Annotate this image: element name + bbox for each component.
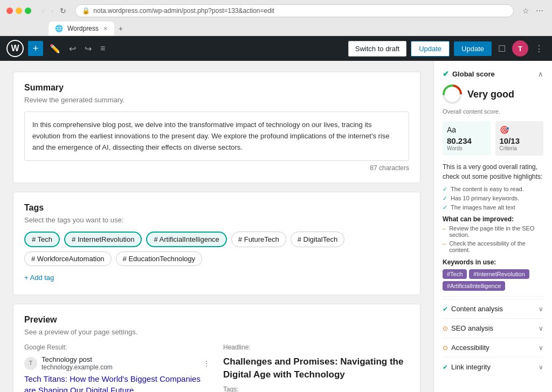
global-score-chevron[interactable]: ∧	[538, 70, 543, 78]
accessibility-section[interactable]: ⊙ Accessibility ∨	[443, 338, 543, 357]
preview-section: Google Result: T Technology post technol…	[24, 344, 409, 392]
update-outline-button[interactable]: Update	[411, 41, 450, 57]
google-result: T Technology post technology.example.com…	[24, 355, 210, 392]
criteria-value: 10/13	[500, 136, 540, 145]
switch-to-draft-button[interactable]: Switch to draft	[348, 41, 406, 57]
update-button[interactable]: Update	[454, 41, 492, 56]
improvement-1: – Review the page title in the SEO secti…	[443, 225, 543, 238]
google-result-site: T Technology post technology.example.com…	[24, 355, 210, 371]
lock-icon: 🔒	[82, 7, 90, 15]
keyword-ai: #ArtificialIntelligence	[443, 281, 505, 291]
tags-list: # Tech # InternetRevolution # Artificial…	[24, 232, 409, 266]
highlight-2: ✓ Has 10 primary keywords.	[443, 195, 543, 202]
new-tab-button[interactable]: +	[116, 23, 125, 34]
words-icon: Aa	[447, 125, 487, 134]
global-score-header: ✔ Global score ∧	[443, 69, 543, 78]
summary-text[interactable]: In this comprehensive blog post, we delv…	[24, 111, 409, 161]
address-bar[interactable]: 🔒 nota.wordpress.com/wp-admin/post.php?p…	[75, 4, 514, 17]
browser-controls: ‹ › ↻ 🔒 nota.wordpress.com/wp-admin/post…	[6, 4, 546, 17]
view-toggle-button[interactable]: ☐	[496, 41, 508, 56]
tags-panel: Tags Select the tags you want to use: # …	[13, 192, 420, 295]
tag-future-tech[interactable]: # FutureTech	[231, 232, 286, 247]
tags-label: Tags:	[223, 386, 409, 392]
headline-text: Challenges and Promises: Navigating the …	[223, 355, 409, 381]
google-result-title[interactable]: Tech Titans: How the World's Biggest Com…	[24, 373, 210, 392]
tag-internet-revolution[interactable]: # InternetRevolution	[64, 232, 142, 247]
options-button[interactable]: ⋮	[533, 41, 546, 56]
preview-panel: Preview See a preview of your page setti…	[13, 304, 420, 392]
bookmark-button[interactable]: ☆	[520, 5, 532, 16]
summary-panel: Summary Review the generated summary. In…	[13, 72, 420, 183]
tag-tech[interactable]: # Tech	[24, 232, 60, 247]
edit-icon-button[interactable]: ✏️	[47, 41, 63, 56]
traffic-lights	[6, 8, 31, 14]
seo-analysis-section[interactable]: ⊙ SEO analysis ∨	[443, 318, 543, 338]
score-text-group: Very good	[467, 89, 514, 100]
tag-digital-tech[interactable]: # DigitalTech	[291, 232, 344, 247]
link-integrity-section[interactable]: ✔ Link integrity ∨	[443, 357, 543, 376]
seo-analysis-icon: ⊙	[443, 325, 448, 332]
google-preview: Google Result: T Technology post technol…	[24, 344, 210, 392]
check-icon-2: ✓	[443, 195, 447, 202]
main-layout: Summary Review the generated summary. In…	[0, 61, 552, 392]
tags-title: Tags	[24, 203, 409, 213]
browser-tab[interactable]: 🌐 Wordpress ✕	[49, 22, 114, 36]
highlight-text-2: Has 10 primary keywords.	[451, 195, 519, 201]
summary-subtitle: Review the generated summary.	[24, 96, 409, 104]
headline-label: Headline:	[223, 344, 409, 351]
browser-chrome: ‹ › ↻ 🔒 nota.wordpress.com/wp-admin/post…	[0, 0, 552, 36]
undo-button[interactable]: ↩	[67, 41, 78, 56]
gauge-svg	[443, 85, 462, 104]
dash-icon-2: –	[443, 240, 446, 247]
redo-button[interactable]: ↪	[82, 41, 94, 56]
content-analysis-section[interactable]: ✔ Content analysis ∨	[443, 299, 543, 318]
refresh-button[interactable]: ↻	[58, 5, 68, 16]
tag-workforce-automation[interactable]: # WorkforceAutomation	[24, 251, 112, 266]
site-name: Technology post	[42, 355, 198, 363]
address-text: nota.wordpress.com/wp-admin/post.php?pos…	[93, 7, 274, 15]
add-tag-button[interactable]: + Add tag	[24, 271, 54, 284]
list-view-button[interactable]: ≡	[98, 41, 107, 55]
score-display: Very good	[443, 85, 543, 104]
minimize-button[interactable]	[16, 8, 22, 14]
tab-favicon: 🌐	[55, 25, 63, 32]
link-integrity-icon: ✔	[443, 363, 448, 371]
preview-title: Preview	[24, 315, 409, 325]
content-analysis-chevron: ∨	[539, 305, 543, 313]
tab-close-icon[interactable]: ✕	[103, 25, 108, 32]
content-analysis-left: ✔ Content analysis	[443, 305, 503, 313]
back-button[interactable]: ‹	[40, 5, 47, 16]
char-count: 87 characters	[24, 164, 409, 172]
summary-title: Summary	[24, 83, 409, 93]
site-info: Technology post technology.example.com	[42, 355, 198, 371]
keyword-tags: #Tech #InternetRevolution #ArtificialInt…	[443, 269, 543, 291]
highlight-3: ✓ The images have alt text	[443, 204, 543, 211]
keyword-internet: #InternetRevolution	[469, 269, 529, 279]
words-card: Aa 80.234 Words	[443, 121, 491, 156]
content-analysis-label: Content analysis	[451, 305, 503, 313]
global-score-icon: ✔	[443, 69, 449, 78]
improve-title: What can be improved:	[443, 215, 543, 223]
add-block-button[interactable]: +	[28, 41, 43, 56]
maximize-button[interactable]	[25, 8, 31, 14]
tab-title: Wordpress	[67, 25, 99, 32]
link-integrity-label: Link integrity	[451, 363, 491, 371]
check-icon-1: ✓	[443, 186, 447, 193]
tag-education-technology[interactable]: # EducationTechnology	[116, 251, 202, 266]
keyword-tech: #Tech	[443, 269, 467, 279]
highlight-1: ✓ The content is easy to read.	[443, 186, 543, 193]
more-button[interactable]: ⋯	[534, 5, 546, 16]
tags-subtitle: Select the tags you want to use:	[24, 216, 409, 224]
right-sidebar: ✔ Global score ∧ Very good Overall conte…	[433, 61, 552, 392]
accessibility-icon: ⊙	[443, 344, 448, 352]
forward-button[interactable]: ›	[49, 5, 56, 16]
user-avatar-button[interactable]: T	[512, 40, 528, 57]
tag-artificial-intelligence[interactable]: # ArtificialIntelligence	[146, 232, 226, 247]
highlights-intro: This is a very good overall rating, chec…	[443, 162, 543, 181]
close-button[interactable]	[6, 8, 13, 14]
google-result-label: Google Result:	[24, 344, 210, 351]
highlight-text-3: The images have alt text	[451, 204, 515, 211]
score-gauge	[443, 85, 462, 104]
site-favicon: T	[24, 357, 37, 370]
score-value-label: Very good	[467, 89, 514, 100]
